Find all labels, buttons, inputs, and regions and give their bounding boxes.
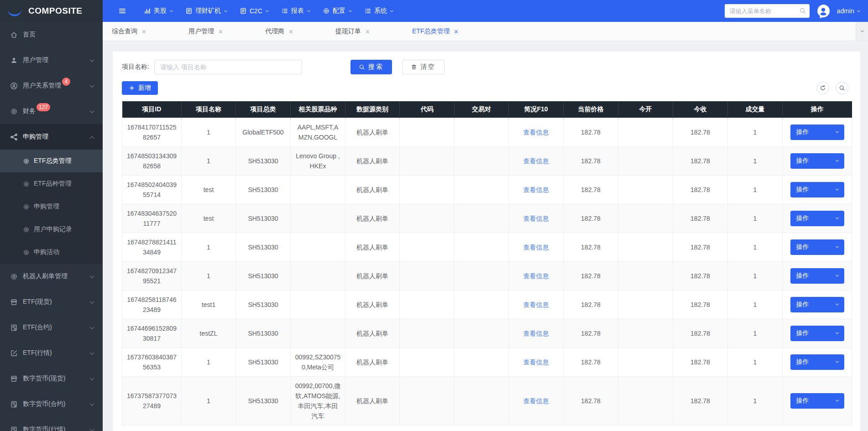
cell-price: 182.78 <box>564 146 618 175</box>
sidebar-subitem-4[interactable]: 申购活动 <box>0 241 103 264</box>
nav-menu-0[interactable]: 美股 <box>137 0 179 22</box>
cell-price: 182.78 <box>564 118 618 146</box>
view-info-link[interactable]: 查看信息 <box>523 397 549 405</box>
clear-button[interactable]: 清空 <box>402 60 444 74</box>
plus-icon <box>129 85 135 91</box>
table-row: 1674830463752011777 test SH513030 机器人刷单 … <box>122 204 852 233</box>
cell-data-source: 机器人刷单 <box>345 204 400 233</box>
tab-bar: 综合查询 用户管理 代理商 提现订单 ETF总类管理 <box>103 22 868 41</box>
row-action-button[interactable]: 操作 <box>790 268 844 284</box>
nav-menu-1[interactable]: 理财矿机 <box>179 0 233 22</box>
cell-close: 182.78 <box>673 233 728 261</box>
chevron-down-icon <box>307 9 310 12</box>
close-icon[interactable] <box>454 29 459 34</box>
tabs-overflow-button[interactable] <box>856 22 868 41</box>
view-info-link[interactable]: 查看信息 <box>523 301 549 308</box>
view-info-link[interactable]: 查看信息 <box>523 330 549 337</box>
row-action-button[interactable]: 操作 <box>790 239 844 255</box>
user-icon <box>10 57 18 64</box>
row-action-button[interactable]: 操作 <box>790 125 844 140</box>
view-info-link[interactable]: 查看信息 <box>523 129 549 136</box>
chevron-down-icon <box>90 83 94 88</box>
column-header: 成交量 <box>728 101 783 118</box>
view-info-link[interactable]: 查看信息 <box>523 215 549 222</box>
sidebar-item-8[interactable]: ETF(行情) <box>0 340 103 366</box>
cell-f10: 查看信息 <box>509 348 564 376</box>
refresh-button[interactable] <box>816 82 829 94</box>
cell-f10: 查看信息 <box>509 233 564 261</box>
close-icon[interactable] <box>218 29 223 34</box>
close-icon[interactable] <box>288 29 293 34</box>
menu-search-box <box>725 4 810 18</box>
cell-stocks: AAPL,MSFT,AMZN,GOOGL <box>291 118 345 146</box>
tab-0[interactable]: 综合查询 <box>112 27 146 36</box>
sidebar-item-7[interactable]: ETF(合约) <box>0 315 103 340</box>
chevron-down-icon <box>90 376 94 380</box>
project-name-input[interactable] <box>154 60 302 74</box>
menu-search-input[interactable] <box>725 4 810 18</box>
avatar[interactable] <box>816 4 831 18</box>
refresh-icon <box>820 85 826 91</box>
tabs: 综合查询 用户管理 代理商 提现订单 ETF总类管理 <box>112 27 501 36</box>
search-button[interactable]: 搜索 <box>350 60 392 74</box>
sidebar-item-9[interactable]: 数字货币(现货) <box>0 366 103 391</box>
sidebar-subitem-0[interactable]: ETF总类管理 <box>0 150 103 172</box>
table-row: 1674850240403955714 test SH513030 机器人刷单 … <box>122 175 852 204</box>
sidebar-subitem-2[interactable]: 申购管理 <box>0 195 103 218</box>
cell-code <box>400 261 455 290</box>
sidebar-item-5[interactable]: 机器人刷单管理 <box>0 264 103 289</box>
sidebar-item-6[interactable]: ETF(现货) <box>0 289 103 315</box>
row-action-button[interactable]: 操作 <box>790 182 844 197</box>
column-header: 相关股票品种 <box>291 101 345 118</box>
sidebar-item-label: 用户管理 <box>23 56 48 64</box>
tab-2[interactable]: 代理商 <box>265 27 293 36</box>
cell-open <box>618 290 673 319</box>
row-action-button[interactable]: 操作 <box>790 326 844 341</box>
user-menu[interactable]: admin <box>837 7 860 15</box>
sidebar-subitem-label: ETF品种管理 <box>34 180 71 188</box>
close-icon[interactable] <box>365 29 370 34</box>
tab-1[interactable]: 用户管理 <box>188 27 223 36</box>
view-info-link[interactable]: 查看信息 <box>523 186 549 193</box>
table-toolbar: 新增 <box>122 81 851 95</box>
sidebar-item-0[interactable]: 首页 <box>0 22 103 47</box>
cell-open <box>618 146 673 175</box>
sidebar-item-4[interactable]: 申购管理 <box>0 124 103 150</box>
view-info-link[interactable]: 查看信息 <box>523 244 549 251</box>
tab-4[interactable]: ETF总类管理 <box>412 27 459 36</box>
sidebar-item-1[interactable]: 用户管理 <box>0 47 103 73</box>
row-action-button[interactable]: 操作 <box>790 393 844 409</box>
column-header: 操作 <box>783 101 852 118</box>
sidebar-item-10[interactable]: 数字货币(合约) <box>0 391 103 417</box>
gear-icon <box>23 249 30 256</box>
close-icon[interactable] <box>141 29 146 34</box>
sidebar-subitem-3[interactable]: 用户申购记录 <box>0 218 103 241</box>
nav-menu-5[interactable]: 系统 <box>358 0 399 22</box>
nav-menu-label: 美股 <box>154 7 167 15</box>
view-info-link[interactable]: 查看信息 <box>523 272 549 280</box>
cell-project-type: SH513030 <box>236 261 291 290</box>
sidebar-item-3[interactable]: 财务127 <box>0 99 103 124</box>
column-header: 简况F10 <box>509 101 564 118</box>
cell-code <box>400 118 455 146</box>
row-action-button[interactable]: 操作 <box>790 211 844 226</box>
bar-chart-icon <box>144 7 151 15</box>
row-action-button[interactable]: 操作 <box>790 297 844 312</box>
view-info-link[interactable]: 查看信息 <box>523 157 549 165</box>
sidebar-subitem-1[interactable]: ETF品种管理 <box>0 172 103 195</box>
cell-project-name: test <box>182 204 236 233</box>
nav-menu-4[interactable]: 配置 <box>316 0 358 22</box>
add-button[interactable]: 新增 <box>122 81 158 95</box>
column-search-button[interactable] <box>836 82 848 94</box>
cell-pair <box>455 290 509 319</box>
etf-table: 项目ID项目名称项目总类相关股票品种数据源类别代码交易对简况F10当前价格今开今… <box>122 101 852 426</box>
row-action-button[interactable]: 操作 <box>790 153 844 169</box>
nav-menu-2[interactable]: C2C <box>233 0 275 22</box>
sidebar-item-2[interactable]: 用户关系管理4 <box>0 73 103 99</box>
hamburger-icon[interactable] <box>118 7 126 15</box>
sidebar-item-11[interactable]: 数字货币(行情) <box>0 417 103 431</box>
nav-menu-3[interactable]: 报表 <box>275 0 316 22</box>
tab-3[interactable]: 提现订单 <box>335 27 370 36</box>
view-info-link[interactable]: 查看信息 <box>523 358 549 366</box>
row-action-button[interactable]: 操作 <box>790 354 844 370</box>
